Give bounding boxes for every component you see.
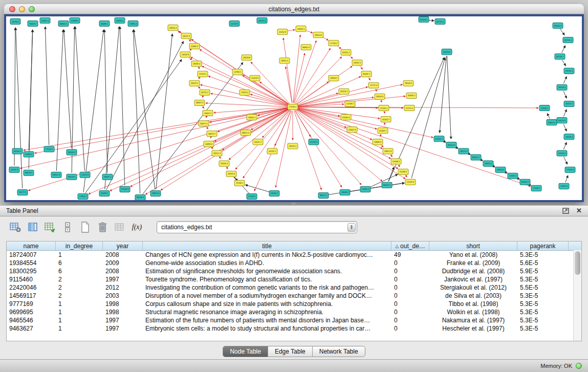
graph-edge[interactable] [297, 108, 531, 187]
graph-node[interactable]: 92743 1 [435, 19, 445, 25]
graph-edge[interactable] [134, 30, 155, 189]
graph-node[interactable]: 96112 5 [318, 192, 329, 198]
graph-edge[interactable] [390, 155, 393, 157]
table-settings-icon[interactable] [8, 221, 22, 234]
graph-edge[interactable] [206, 117, 206, 118]
graph-node[interactable]: 12015 8 [80, 172, 90, 178]
graph-node[interactable]: 75662 1 [28, 21, 38, 27]
column-header-name[interactable]: name [7, 242, 56, 250]
graph-node[interactable]: 57751 5 [404, 105, 415, 111]
graph-node[interactable]: 15474 9 [250, 75, 260, 81]
table-row[interactable]: 1938455462009Genome-wide association stu… [7, 259, 581, 267]
graph-node[interactable]: 95177 0 [17, 189, 28, 195]
graph-edge[interactable] [360, 66, 362, 70]
graph-node[interactable]: 16261 5 [352, 60, 362, 65]
graph-node[interactable]: 10893 4 [204, 141, 214, 147]
graph-edge[interactable] [206, 126, 208, 128]
graph-node[interactable]: 18541 0 [288, 143, 298, 149]
graph-edge[interactable] [85, 59, 182, 193]
memory-status-icon[interactable] [576, 363, 582, 369]
show-columns-icon[interactable] [26, 221, 39, 234]
table-row[interactable]: 911546021997Tourette syndrome. Phenomeno… [7, 275, 581, 283]
function-builder-icon[interactable]: f(x) [130, 221, 144, 234]
float-panel-icon[interactable] [562, 208, 569, 214]
graph-node[interactable]: 76254 2 [219, 161, 229, 166]
graph-edge[interactable] [199, 77, 200, 79]
graph-edge[interactable] [56, 30, 63, 171]
graph-node[interactable]: 19307 2 [203, 111, 213, 116]
edit-table-icon[interactable] [43, 221, 57, 234]
graph-edge[interactable] [251, 94, 289, 105]
graph-node[interactable]: 20673 1 [189, 80, 200, 86]
graph-edge[interactable] [297, 108, 377, 129]
graph-node[interactable]: 95864 0 [553, 23, 563, 29]
graph-node[interactable]: 81304 4 [419, 17, 429, 23]
graph-edge[interactable] [202, 96, 203, 97]
graph-edge[interactable] [406, 175, 407, 177]
graph-node[interactable]: 11254 9 [277, 29, 288, 35]
graph-edge[interactable] [211, 147, 213, 148]
table-row[interactable]: 946554611997Estimation of the future num… [7, 316, 581, 324]
new-table-icon[interactable] [78, 221, 92, 234]
table-selector[interactable]: citations_edges.txt ▲▼ [157, 221, 357, 233]
graph-node[interactable]: 10619 0 [564, 134, 574, 140]
window-titlebar[interactable]: citations_edges.txt [4, 4, 584, 14]
graph-edge[interactable] [16, 28, 23, 188]
graph-edge[interactable] [75, 27, 85, 171]
graph-node[interactable]: 20671 3 [199, 121, 209, 126]
graph-node[interactable]: 16023 9 [557, 118, 567, 123]
graph-edge[interactable] [563, 77, 567, 84]
graph-node[interactable]: 18185 4 [191, 61, 202, 67]
graph-node[interactable]: 16913 4 [226, 171, 236, 177]
graph-node[interactable]: 89165 2 [471, 155, 481, 160]
graph-node[interactable]: 15942 2 [508, 173, 518, 179]
graph-node[interactable]: 15248 1 [398, 169, 408, 174]
graph-node[interactable]: 18550 4 [168, 25, 178, 31]
graph-edge[interactable] [64, 30, 72, 148]
graph-edge[interactable] [349, 55, 353, 59]
graph-node[interactable]: 96103 5 [67, 174, 77, 180]
graph-edge[interactable] [384, 123, 385, 125]
graph-node[interactable]: 12235 6 [405, 179, 416, 185]
graph-node[interactable]: 67919 7 [434, 136, 444, 142]
graph-edge[interactable] [276, 111, 292, 187]
graph-edge[interactable] [296, 108, 346, 127]
graph-node[interactable]: 96450 2 [382, 182, 392, 188]
graph-node[interactable]: 14818 2 [329, 75, 339, 81]
graph-edge[interactable] [399, 165, 400, 167]
graph-node[interactable]: 96152 0 [446, 142, 456, 148]
graph-edge[interactable] [562, 60, 565, 65]
graph-node[interactable]: 16253 1 [339, 89, 349, 94]
graph-edge[interactable] [104, 30, 107, 173]
graph-edge[interactable] [191, 57, 289, 105]
graph-node[interactable]: 16823 4 [547, 120, 557, 125]
graph-node[interactable]: 12754 1 [198, 71, 208, 77]
graph-node[interactable]: 59051 3 [51, 172, 61, 178]
network-canvas[interactable]: 17240 218550 416012 322685 214204 618185… [6, 16, 582, 200]
graph-edge[interactable] [547, 114, 550, 119]
graph-node[interactable]: 96861 0 [301, 45, 311, 50]
graph-edge[interactable] [560, 29, 564, 35]
graph-node[interactable]: 16454 4 [442, 49, 452, 55]
graph-node[interactable]: 17895 4 [128, 21, 138, 27]
graph-edge[interactable] [447, 56, 451, 139]
graph-node[interactable]: 10465 4 [559, 183, 569, 189]
graph-node[interactable]: 18950 4 [150, 190, 161, 196]
scrollbar-thumb[interactable] [575, 251, 580, 275]
zoom-window-button[interactable] [29, 6, 35, 12]
graph-node[interactable]: 16145 7 [267, 148, 277, 154]
graph-node[interactable]: 18644 0 [495, 167, 506, 172]
graph-node[interactable]: 18228 8 [242, 55, 252, 60]
graph-node[interactable]: 12998 3 [70, 18, 80, 24]
graph-edge[interactable] [286, 67, 292, 103]
graph-node[interactable]: 17240 2 [288, 104, 298, 110]
table-row[interactable]: 969969511998Structural magnetic resonanc… [7, 308, 581, 316]
graph-edge[interactable] [562, 46, 565, 53]
graph-node[interactable]: 18164 6 [375, 94, 385, 99]
table-vertical-scrollbar[interactable] [573, 250, 581, 341]
graph-node[interactable]: 92731 4 [563, 37, 573, 43]
column-header-short[interactable]: short [429, 242, 517, 250]
graph-edge[interactable] [133, 30, 140, 193]
graph-node[interactable]: 18068 4 [340, 189, 350, 195]
graph-node[interactable]: 38671 0 [241, 130, 251, 136]
